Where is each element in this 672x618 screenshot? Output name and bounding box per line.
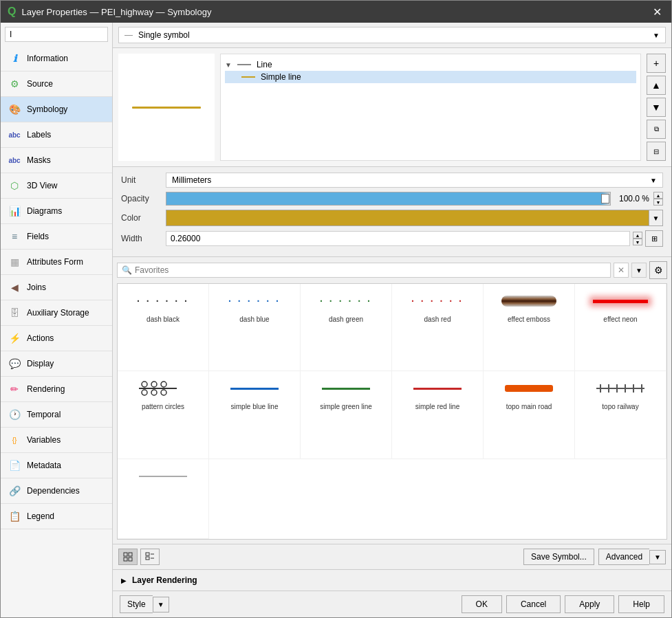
advanced-main-button[interactable]: Advanced	[598, 549, 649, 565]
sidebar-item-labels[interactable]: abc Labels	[1, 122, 112, 148]
symbol-type-select[interactable]: — Single symbol ▼	[118, 27, 666, 43]
color-picker-button[interactable]	[166, 210, 649, 226]
move-down-button[interactable]: ▼	[647, 98, 666, 117]
width-expression-button[interactable]: ⊞	[645, 230, 663, 247]
tree-item-line[interactable]: ▼ Line	[225, 58, 636, 71]
sidebar-item-3dview[interactable]: ⬡ 3D View	[1, 173, 112, 199]
symbol-cell-simple-gray[interactable]	[118, 459, 209, 539]
duplicate-button[interactable]: ⧉	[647, 120, 666, 139]
sidebar-label-fields: Fields	[27, 232, 49, 241]
title-bar-left: Q Layer Properties — PEI_highway — Symbo…	[8, 5, 211, 18]
symbol-cell-topo-main-road[interactable]: topo main road	[484, 371, 575, 459]
move-up-button[interactable]: ▲	[647, 76, 666, 95]
tree-label-simple-line: Simple line	[261, 72, 301, 82]
sidebar-label-source: Source	[27, 79, 53, 89]
ok-button[interactable]: OK	[462, 595, 502, 613]
sidebar-label-legend: Legend	[27, 511, 54, 521]
main-content: ℹ Information ⚙ Source 🎨 Symbology abc L…	[1, 23, 671, 617]
sidebar-search-input[interactable]	[5, 27, 108, 42]
width-up-button[interactable]: ▲	[633, 232, 642, 239]
symbol-cell-simple-green-line[interactable]: simple green line	[301, 371, 392, 459]
sidebar-item-joins[interactable]: ◀ Joins	[1, 275, 112, 300]
width-down-button[interactable]: ▼	[633, 239, 642, 245]
metadata-icon: 📄	[8, 459, 21, 472]
style-dropdown-button[interactable]: ▼	[153, 597, 169, 613]
width-container: ▲ ▼ ⊞	[166, 230, 663, 247]
unit-select[interactable]: Millimeters ▼	[166, 173, 663, 188]
svg-point-5	[161, 390, 166, 395]
help-button[interactable]: Help	[618, 595, 664, 613]
symbol-cell-dash-black[interactable]: · · · · · · dash black	[118, 284, 209, 371]
favorites-search-input[interactable]	[135, 265, 606, 275]
symbol-buttons: + ▲ ▼ ⧉ ⊟	[647, 54, 666, 161]
sidebar-item-legend[interactable]: 📋 Legend	[1, 504, 112, 529]
symbol-cell-pattern-circles[interactable]: pattern circles	[118, 371, 209, 459]
opacity-row: Opacity 100.0 % ▲ ▼	[121, 192, 663, 206]
symbol-cell-dash-red[interactable]: · · · · · · dash red	[392, 284, 484, 371]
sidebar-label-diagrams: Diagrams	[27, 206, 62, 216]
effect-neon-label: effect neon	[603, 316, 637, 323]
add-layer-button[interactable]: +	[647, 54, 666, 73]
opacity-down-button[interactable]: ▼	[653, 199, 663, 206]
sidebar-item-temporal[interactable]: 🕐 Temporal	[1, 402, 112, 428]
sidebar-item-auxiliary-storage[interactable]: 🗄 Auxiliary Storage	[1, 300, 112, 326]
remove-layer-button[interactable]: ⊟	[647, 142, 666, 161]
sidebar-item-fields[interactable]: ≡ Fields	[1, 224, 112, 250]
favorites-section: 🔍 ✕ ▼ ⚙ · · · · · · dash black	[113, 257, 671, 544]
topo-main-road-preview	[496, 378, 562, 399]
opacity-up-button[interactable]: ▲	[653, 192, 663, 199]
layer-rendering-arrow: ▶	[121, 577, 127, 584]
sidebar-item-diagrams[interactable]: 📊 Diagrams	[1, 199, 112, 224]
symbol-cell-simple-red-line[interactable]: simple red line	[392, 371, 484, 459]
temporal-icon: 🕐	[8, 408, 21, 421]
favorites-search-row: 🔍 ✕ ▼ ⚙	[117, 261, 667, 279]
sidebar-label-actions: Actions	[27, 333, 54, 343]
sidebar-item-display[interactable]: 💬 Display	[1, 351, 112, 377]
labels-icon: abc	[8, 128, 21, 142]
sidebar-item-attributes-form[interactable]: ▦ Attributes Form	[1, 250, 112, 275]
legend-icon: 📋	[8, 509, 21, 523]
topo-railway-label: topo railway	[602, 403, 638, 410]
grid-view-button[interactable]	[118, 549, 138, 565]
sidebar-item-dependencies[interactable]: 🔗 Dependencies	[1, 478, 112, 504]
favorites-settings-button[interactable]: ⚙	[649, 261, 667, 279]
dash-red-preview: · · · · · ·	[404, 291, 470, 311]
simple-red-line-label: simple red line	[415, 403, 459, 410]
sidebar-item-variables[interactable]: {} Variables	[1, 428, 112, 453]
list-view-button[interactable]	[140, 549, 160, 565]
sidebar-item-metadata[interactable]: 📄 Metadata	[1, 453, 112, 478]
unit-value: Millimeters ▼	[166, 173, 663, 188]
symbol-cell-topo-railway[interactable]: topo railway	[575, 371, 666, 459]
color-dropdown-button[interactable]: ▼	[649, 210, 663, 226]
sidebar-item-information[interactable]: ℹ Information	[1, 46, 112, 71]
opacity-bar[interactable]	[166, 192, 611, 206]
apply-button[interactable]: Apply	[565, 595, 614, 613]
cancel-button[interactable]: Cancel	[506, 595, 561, 613]
svg-rect-14	[124, 553, 127, 556]
sidebar-item-source[interactable]: ⚙ Source	[1, 71, 112, 97]
auxiliary-storage-icon: 🗄	[8, 306, 21, 320]
symbol-cell-dash-blue[interactable]: · · · · · · dash blue	[209, 284, 301, 371]
actions-icon: ⚡	[8, 331, 21, 345]
sidebar-label-auxiliary-storage: Auxiliary Storage	[27, 308, 89, 318]
sidebar-item-symbology[interactable]: 🎨 Symbology	[1, 97, 112, 122]
pattern-circles-label: pattern circles	[142, 403, 184, 410]
sidebar-item-actions[interactable]: ⚡ Actions	[1, 326, 112, 351]
symbol-cell-effect-emboss[interactable]: effect emboss	[484, 284, 575, 371]
advanced-dropdown-button[interactable]: ▼	[649, 550, 666, 564]
symbol-type-label: Single symbol	[138, 30, 647, 40]
sidebar-item-masks[interactable]: abc Masks	[1, 148, 112, 173]
width-input[interactable]	[166, 231, 630, 246]
symbol-cell-effect-neon[interactable]: effect neon	[575, 284, 666, 371]
save-symbol-button[interactable]: Save Symbol...	[523, 549, 594, 565]
close-button[interactable]: ✕	[650, 5, 664, 19]
style-main-button[interactable]: Style	[120, 595, 153, 613]
symbol-cell-dash-green[interactable]: · · · · · · dash green	[301, 284, 392, 371]
topo-railway-svg	[596, 382, 644, 395]
symbol-cell-simple-blue-line[interactable]: simple blue line	[209, 371, 301, 459]
favorites-dropdown-button[interactable]: ▼	[631, 263, 647, 278]
tree-item-simple-line[interactable]: Simple line	[225, 71, 636, 83]
sidebar-item-rendering[interactable]: ✏ Rendering	[1, 377, 112, 402]
favorites-clear-button[interactable]: ✕	[614, 263, 629, 278]
layer-rendering-section[interactable]: ▶ Layer Rendering	[113, 569, 671, 591]
